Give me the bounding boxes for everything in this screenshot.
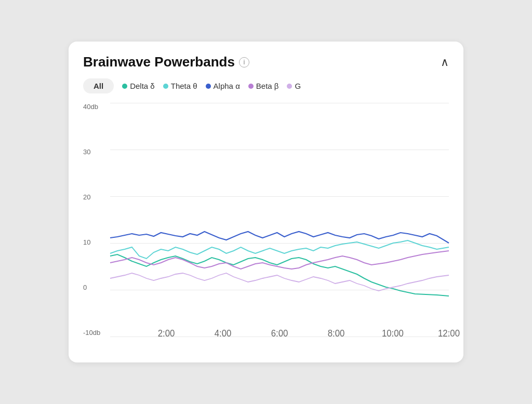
y-label-10: 10 bbox=[83, 238, 110, 246]
x-label-800: 8:00 bbox=[328, 328, 345, 339]
gamma-dot bbox=[287, 84, 292, 89]
legend-beta[interactable]: Beta β bbox=[248, 82, 279, 90]
y-label-30: 30 bbox=[83, 148, 110, 156]
filter-all-button[interactable]: All bbox=[83, 78, 114, 93]
beta-dot bbox=[248, 84, 254, 89]
legend-theta[interactable]: Theta θ bbox=[163, 82, 197, 90]
delta-label: Delta δ bbox=[130, 82, 155, 90]
theta-line bbox=[110, 240, 449, 259]
alpha-label: Alpha α bbox=[214, 82, 240, 90]
theta-dot bbox=[163, 84, 168, 89]
alpha-line bbox=[110, 232, 449, 243]
y-label-minus10: -10db bbox=[83, 329, 110, 336]
title-row: Brainwave Powerbands i bbox=[83, 54, 249, 70]
x-label-400: 4:00 bbox=[215, 328, 232, 339]
alpha-dot bbox=[206, 84, 211, 89]
delta-dot bbox=[122, 84, 127, 89]
beta-label: Beta β bbox=[256, 82, 279, 90]
y-axis: 40db 30 20 10 0 -10db bbox=[83, 103, 110, 352]
x-label-1200: 12:00 bbox=[438, 328, 460, 339]
legend-delta[interactable]: Delta δ bbox=[122, 82, 155, 90]
x-label-600: 6:00 bbox=[271, 328, 288, 339]
filter-row: All Delta δ Theta θ Alpha α Beta β G bbox=[83, 78, 449, 93]
legend-gamma[interactable]: G bbox=[287, 82, 301, 90]
gamma-label: G bbox=[295, 82, 301, 90]
gamma-line bbox=[110, 273, 449, 291]
brainwave-card: Brainwave Powerbands i ∧ All Delta δ The… bbox=[69, 42, 463, 362]
chart-area: 40db 30 20 10 0 -10db bbox=[83, 103, 449, 352]
chart-inner: 2:00 4:00 6:00 8:00 10:00 12:00 bbox=[110, 103, 449, 336]
collapse-button[interactable]: ∧ bbox=[441, 57, 449, 68]
x-label-200: 2:00 bbox=[158, 328, 175, 339]
y-label-40: 40db bbox=[83, 103, 110, 111]
legend-alpha[interactable]: Alpha α bbox=[206, 82, 240, 90]
card-header: Brainwave Powerbands i ∧ bbox=[83, 54, 449, 70]
info-icon[interactable]: i bbox=[239, 57, 249, 68]
card-title: Brainwave Powerbands bbox=[83, 54, 235, 70]
x-label-1000: 10:00 bbox=[382, 328, 404, 339]
y-label-0: 0 bbox=[83, 284, 110, 291]
theta-label: Theta θ bbox=[171, 82, 197, 90]
chart-svg: 2:00 4:00 6:00 8:00 10:00 12:00 bbox=[110, 103, 449, 336]
y-label-20: 20 bbox=[83, 193, 110, 201]
